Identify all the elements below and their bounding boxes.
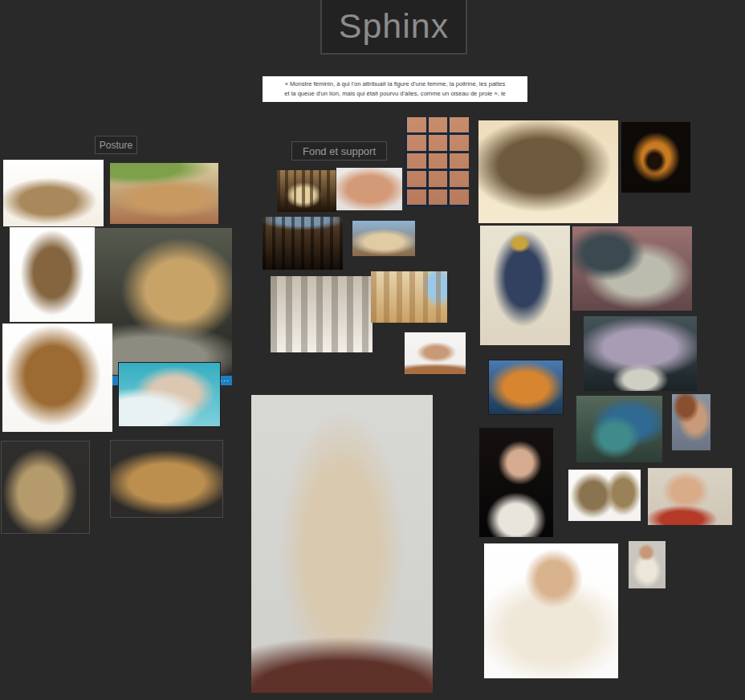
- sphinx-orange-art-image[interactable]: [488, 360, 564, 415]
- hands-photo-grid-image[interactable]: [405, 117, 469, 207]
- lion-standing-dark-image[interactable]: [1, 441, 90, 534]
- woman-red-dress-laurel-image[interactable]: [648, 468, 732, 525]
- board-title-note[interactable]: Sphinx: [320, 0, 467, 55]
- lion-watercolor-rock-image[interactable]: [3, 160, 104, 226]
- greek-pottery-sphinx-image[interactable]: [621, 122, 690, 193]
- colonnade-sunlit-image[interactable]: [371, 271, 447, 323]
- quote-note[interactable]: « Monstre féminin, à qui l'on attribuait…: [263, 76, 527, 102]
- lion-sitting-white-image[interactable]: [2, 324, 112, 432]
- reference-board: Sphinx « Monstre féminin, à qui l'on att…: [0, 0, 745, 700]
- sphinx-sketches-image[interactable]: [568, 470, 641, 521]
- label-posture-text: Posture: [100, 140, 132, 151]
- temple-dark-hall-image[interactable]: [263, 217, 343, 270]
- sphinx-parchment-drawing-image[interactable]: [478, 120, 618, 223]
- woman-profile-gold-hair-image[interactable]: [672, 394, 710, 450]
- sphinx-egyptian-blue-wings-image[interactable]: [576, 396, 662, 462]
- lion-rock-stock-image[interactable]: [95, 228, 232, 375]
- sphinx-statue-pedestal-image[interactable]: [584, 316, 697, 391]
- more-options-dots[interactable]: ···: [220, 377, 230, 385]
- label-posture[interactable]: Posture: [95, 136, 137, 154]
- woman-small-white-dress-image[interactable]: [629, 541, 666, 588]
- marble-columns-hall-image[interactable]: [271, 276, 372, 352]
- lion-winged-art-image[interactable]: [118, 362, 221, 427]
- lion-side-dark-image[interactable]: [110, 440, 223, 518]
- woman-seated-white-dress-image[interactable]: [484, 543, 618, 678]
- label-fond-et-support-text: Fond et support: [303, 145, 376, 157]
- quote-line-1: « Monstre féminin, à qui l'on attribuait…: [263, 79, 527, 89]
- lion-lying-savanna-image[interactable]: [110, 163, 218, 224]
- label-fond-et-support[interactable]: Fond et support: [291, 141, 387, 161]
- roman-bath-hall-image[interactable]: [277, 170, 336, 212]
- sphinx-gray-hall-image[interactable]: [572, 226, 692, 311]
- model-on-table-image[interactable]: [405, 332, 466, 374]
- hands-drawing-sheet-image[interactable]: [336, 168, 402, 210]
- sphinx-blue-painting-image[interactable]: [480, 226, 570, 345]
- quote-line-2: et la queue d'un lion, mais qui était po…: [263, 89, 527, 99]
- lion-standing-white-image[interactable]: [10, 227, 95, 322]
- board-title-text: Sphinx: [339, 6, 449, 46]
- woman-greek-updo-image[interactable]: [479, 428, 553, 537]
- ruins-skylight-image[interactable]: [352, 221, 415, 256]
- statue-kneeling-soldier-image[interactable]: [251, 395, 433, 693]
